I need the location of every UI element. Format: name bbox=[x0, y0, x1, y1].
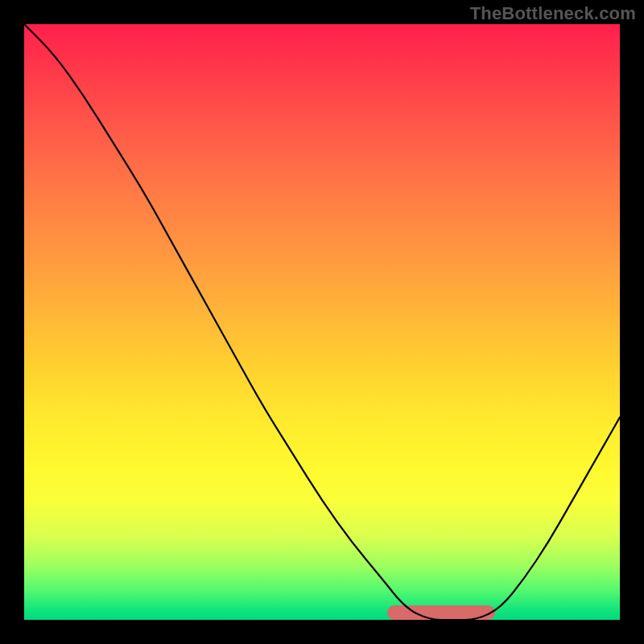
plot-area bbox=[24, 24, 620, 620]
chart-container: TheBottleneck.com bbox=[0, 0, 644, 644]
bottleneck-curve bbox=[24, 24, 620, 620]
curve-svg bbox=[24, 24, 620, 620]
watermark-text: TheBottleneck.com bbox=[470, 3, 636, 24]
